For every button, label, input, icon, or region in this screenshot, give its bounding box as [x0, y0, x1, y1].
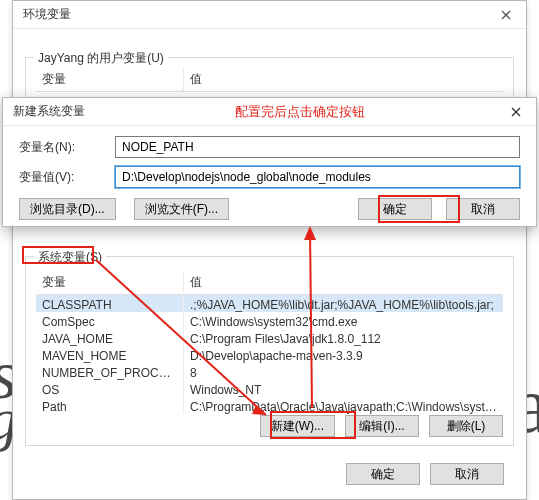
cell-val: .;%JAVA_HOME%\lib\dt.jar;%JAVA_HOME%\lib… — [184, 295, 503, 312]
user-vars-table-head: 变量 值 — [36, 68, 503, 92]
system-vars-legend: 系统变量(S) — [34, 249, 106, 266]
system-vars-panel: 系统变量(S) 变量 值 CLASSPATH.;%JAVA_HOME%\lib\… — [25, 256, 514, 446]
cell-var: CLASSPATH — [36, 295, 184, 312]
sys-edit-button[interactable]: 编辑(I)... — [345, 415, 419, 437]
env-vars-window: 环境变量 JayYang 的用户变量(U) 变量 值 系统变量(S) 变量 值 … — [12, 0, 527, 500]
user-head-val: 值 — [184, 68, 503, 91]
table-row[interactable]: JAVA_HOMEC:\Program Files\Java\jdk1.8.0_… — [36, 329, 503, 346]
table-row[interactable]: OSWindows_NT — [36, 380, 503, 397]
sys-head-val: 值 — [184, 271, 503, 294]
dialog-cancel-button[interactable]: 取消 — [446, 198, 520, 220]
cell-val: C:\Windows\system32\cmd.exe — [184, 312, 503, 329]
var-name-label: 变量名(N): — [19, 139, 115, 156]
cell-var: OS — [36, 380, 184, 397]
sys-delete-button[interactable]: 删除(L) — [429, 415, 503, 437]
env-vars-title: 环境变量 — [23, 6, 71, 23]
var-name-input[interactable] — [115, 136, 520, 158]
cell-var: MAVEN_HOME — [36, 346, 184, 363]
table-row[interactable]: MAVEN_HOMED:\Develop\apache-maven-3.3.9 — [36, 346, 503, 363]
cell-val: D:\Develop\apache-maven-3.3.9 — [184, 346, 503, 363]
cell-val: C:\Program Files\Java\jdk1.8.0_112 — [184, 329, 503, 346]
user-head-var: 变量 — [36, 68, 184, 91]
dialog-ok-button[interactable]: 确定 — [358, 198, 432, 220]
table-row[interactable]: NUMBER_OF_PROCESSORS8 — [36, 363, 503, 380]
sys-vars-table-head: 变量 值 — [36, 271, 503, 295]
dialog-close-button[interactable] — [496, 98, 536, 126]
annotation-text: 配置完后点击确定按钮 — [235, 103, 365, 121]
cell-var: NUMBER_OF_PROCESSORS — [36, 363, 184, 380]
sys-head-var: 变量 — [36, 271, 184, 294]
env-vars-titlebar: 环境变量 — [13, 1, 526, 29]
dialog-title: 新建系统变量 — [13, 103, 85, 120]
browse-file-button[interactable]: 浏览文件(F)... — [134, 198, 229, 220]
dialog-titlebar: 新建系统变量 配置完后点击确定按钮 — [3, 98, 536, 126]
sys-new-button[interactable]: 新建(W)... — [260, 415, 335, 437]
table-row[interactable]: ComSpecC:\Windows\system32\cmd.exe — [36, 312, 503, 329]
var-value-input[interactable] — [115, 166, 520, 188]
cell-val: 8 — [184, 363, 503, 380]
var-value-label: 变量值(V): — [19, 169, 115, 186]
browse-dir-button[interactable]: 浏览目录(D)... — [19, 198, 116, 220]
env-vars-close-button[interactable] — [486, 1, 526, 29]
env-cancel-button[interactable]: 取消 — [430, 463, 504, 485]
cell-var: ComSpec — [36, 312, 184, 329]
new-system-variable-dialog: 新建系统变量 配置完后点击确定按钮 变量名(N): 变量值(V): 浏览目录(D… — [2, 97, 537, 227]
cell-val: C:\ProgramData\Oracle\Java\javapath;C:\W… — [184, 397, 503, 414]
table-row[interactable]: CLASSPATH.;%JAVA_HOME%\lib\dt.jar;%JAVA_… — [36, 295, 503, 312]
cell-val: Windows_NT — [184, 380, 503, 397]
cell-var: Path — [36, 397, 184, 414]
user-vars-legend: JayYang 的用户变量(U) — [34, 50, 168, 67]
env-ok-button[interactable]: 确定 — [346, 463, 420, 485]
cell-var: JAVA_HOME — [36, 329, 184, 346]
table-row[interactable]: PathC:\ProgramData\Oracle\Java\javapath;… — [36, 397, 503, 414]
sys-vars-table-body: CLASSPATH.;%JAVA_HOME%\lib\dt.jar;%JAVA_… — [36, 295, 503, 414]
